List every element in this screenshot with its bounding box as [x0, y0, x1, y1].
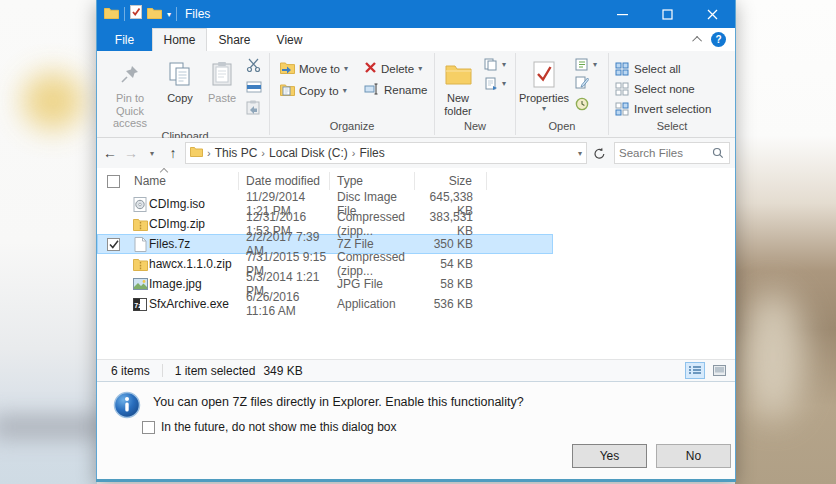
select-none-button[interactable]: Select none	[615, 82, 711, 96]
column-headers: Name Date modified Type Size	[97, 168, 735, 194]
properties-quick-icon[interactable]	[130, 5, 142, 23]
chevron-down-icon: ▾	[542, 105, 546, 113]
file-size: 350 KB	[415, 237, 487, 251]
file-size: 383,531 KB	[415, 210, 487, 238]
copy-to-label: Copy to	[299, 85, 339, 97]
screenshot-stage: ▾ Files File Home Share View	[0, 0, 836, 484]
chevron-down-icon: ▾	[343, 87, 347, 95]
breadcrumb-this-pc[interactable]: This PC	[215, 146, 258, 160]
pin-label: Pin to Quick access	[105, 92, 155, 130]
file-size: 54 KB	[415, 257, 487, 271]
tab-view[interactable]: View	[262, 28, 317, 51]
select-all-button[interactable]: Select all	[615, 62, 711, 76]
tab-share[interactable]: Share	[207, 28, 262, 51]
selection-count: 1 item selected	[175, 364, 256, 378]
breadcrumb[interactable]: › This PC › Local Disk (C:) › Files ▾	[185, 142, 587, 164]
file-name: CDImg.zip	[149, 217, 205, 231]
file-row[interactable]: 7z SfxArchive.exe 6/26/2016 11:16 AM App…	[97, 294, 553, 314]
history-icon[interactable]	[575, 97, 597, 115]
dialog-bottom-border	[96, 479, 736, 482]
easy-access-icon	[484, 77, 498, 90]
file-name: Image.jpg	[149, 277, 202, 291]
dont-show-again-checkbox[interactable]	[142, 421, 155, 434]
row-checkbox-checked[interactable]	[107, 238, 131, 251]
move-to-button[interactable]: Move to ▾	[280, 61, 348, 76]
search-input[interactable]	[615, 147, 712, 159]
tab-home[interactable]: Home	[152, 28, 207, 51]
explorer-folder-icon	[104, 5, 119, 23]
back-button[interactable]: ←	[101, 145, 119, 161]
copy-label: Copy	[167, 92, 193, 105]
copy-button[interactable]: Copy	[159, 56, 201, 105]
large-icons-view-button[interactable]	[709, 362, 729, 379]
folder-icon	[190, 146, 203, 160]
forward-button[interactable]: →	[122, 145, 140, 161]
chevron-down-icon: ▾	[418, 65, 422, 73]
explorer-window: ▾ Files File Home Share View	[96, 0, 736, 482]
background-blur-left	[0, 0, 97, 484]
pin-to-quick-access-button[interactable]: Pin to Quick access	[101, 56, 159, 130]
delete-button[interactable]: Delete ▾	[364, 61, 427, 76]
invert-selection-icon	[615, 102, 629, 116]
file-type: Compressed (zipp...	[330, 210, 415, 238]
column-header-size[interactable]: Size	[415, 172, 487, 190]
copy-path-icon[interactable]	[246, 79, 262, 97]
delete-label: Delete	[381, 63, 414, 75]
new-folder-quick-icon[interactable]	[147, 5, 162, 23]
properties-button[interactable]: Properties ▾	[516, 56, 572, 113]
file-type: 7Z File	[330, 237, 415, 251]
close-button[interactable]	[690, 0, 735, 28]
dont-show-again-label: In the future, do not show me this dialo…	[161, 420, 396, 434]
file-size: 536 KB	[415, 297, 487, 311]
open-button[interactable]: ▾	[575, 58, 597, 71]
minimize-icon	[617, 9, 628, 20]
disc-image-file-icon	[131, 197, 149, 212]
select-none-label: Select none	[634, 83, 695, 95]
minimize-button[interactable]	[600, 0, 645, 28]
invert-selection-button[interactable]: Invert selection	[615, 102, 711, 116]
paste-button[interactable]: Paste	[201, 56, 243, 105]
paste-shortcut-icon[interactable]	[246, 100, 262, 119]
new-item-button[interactable]: ▾	[484, 58, 506, 71]
cut-icon[interactable]	[246, 58, 262, 76]
column-header-name[interactable]: Name	[131, 172, 239, 190]
file-name: SfxArchive.exe	[149, 297, 229, 311]
column-header-date-modified[interactable]: Date modified	[239, 172, 330, 190]
rename-button[interactable]: Rename	[364, 83, 427, 97]
address-dropdown-chevron-icon[interactable]: ▾	[578, 149, 582, 158]
minimize-ribbon-icon[interactable]	[692, 36, 702, 46]
new-item-icon	[484, 58, 498, 71]
breadcrumb-local-disk[interactable]: Local Disk (C:)	[269, 146, 348, 160]
breadcrumb-files[interactable]: Files	[359, 146, 384, 160]
chevron-down-icon: ▾	[344, 65, 348, 73]
maximize-button[interactable]	[645, 0, 690, 28]
quick-access-toolbar: ▾	[97, 5, 177, 23]
selection-size: 349 KB	[263, 364, 302, 378]
tab-file[interactable]: File	[97, 28, 152, 51]
move-to-icon	[280, 61, 295, 76]
refresh-button[interactable]	[590, 147, 608, 160]
no-button[interactable]: No	[656, 444, 731, 468]
select-all-label: Select all	[634, 63, 681, 75]
details-view-button[interactable]	[685, 362, 705, 379]
new-folder-icon	[445, 59, 472, 89]
column-header-type[interactable]: Type	[330, 172, 415, 190]
title-bar[interactable]: ▾ Files	[97, 0, 735, 28]
magnifier-icon[interactable]	[712, 147, 729, 159]
info-icon	[113, 391, 141, 423]
yes-button[interactable]: Yes	[572, 444, 647, 468]
customize-toolbar-chevron-icon[interactable]: ▾	[167, 10, 171, 19]
chevron-down-icon: ▾	[593, 61, 597, 69]
recent-locations-chevron-icon[interactable]: ▾	[143, 149, 161, 158]
copy-to-button[interactable]: Copy to ▾	[280, 83, 348, 98]
edit-icon[interactable]	[575, 75, 597, 93]
paste-icon	[211, 59, 233, 89]
up-button[interactable]: ↑	[164, 145, 182, 161]
address-bar: ← → ▾ ↑ › This PC › Local Disk (C:) › Fi…	[97, 138, 735, 168]
easy-access-button[interactable]: ▾	[484, 77, 506, 90]
group-label-select: Select	[609, 120, 735, 137]
help-icon[interactable]: ?	[711, 32, 726, 47]
refresh-icon	[593, 147, 606, 160]
new-folder-button[interactable]: New folder	[435, 56, 481, 117]
select-all-checkbox[interactable]	[107, 175, 131, 188]
